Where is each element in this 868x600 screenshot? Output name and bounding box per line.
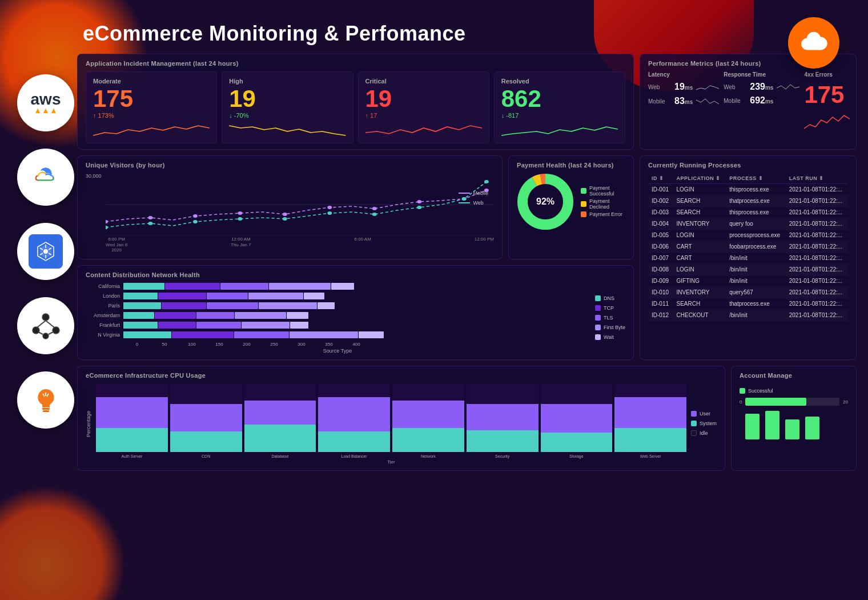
table-cell: 2021-01-08T01:22:... <box>786 218 848 230</box>
svg-point-42 <box>372 213 377 216</box>
table-cell: GIFTING <box>673 275 726 287</box>
cpu-col-cdn <box>170 383 242 452</box>
svg-line-18 <box>49 332 53 334</box>
table-cell: LOGIN <box>673 230 726 241</box>
sidebar-icon-gcloud[interactable] <box>17 149 74 206</box>
resolved-label: Resolved <box>501 78 618 85</box>
table-cell: 2021-01-08T01:22:... <box>786 253 848 264</box>
table-cell: 2021-01-08T01:22:... <box>786 195 848 207</box>
table-cell: CART <box>673 241 726 253</box>
table-cell: ID-009 <box>648 275 673 287</box>
dashboard: Application Incident Management (last 24… <box>77 54 857 471</box>
header: eCommerce Monitoring & Perfomance <box>77 11 857 54</box>
incident-card-critical: Critical 19 ↑ 17 <box>358 71 489 143</box>
table-cell: processprocess.exe <box>726 230 786 241</box>
svg-point-31 <box>327 206 332 209</box>
svg-rect-54 <box>805 417 819 439</box>
table-cell: ID-005 <box>648 230 673 241</box>
svg-point-27 <box>148 216 153 219</box>
processes-title: Currently Running Processes <box>648 162 848 169</box>
table-cell: ID-006 <box>648 241 673 253</box>
svg-point-45 <box>484 180 489 183</box>
sidebar-icon-aws[interactable]: aws ▲▲▲ <box>17 74 74 131</box>
table-cell: thatprocess.exe <box>726 298 786 310</box>
cpu-col-web <box>614 383 686 452</box>
cdn-row-nvirginia: N Virginia <box>86 331 589 338</box>
cdn-row-london: London <box>86 293 589 299</box>
row4: eCommerce Infrastructure CPU Usage Perce… <box>77 366 857 471</box>
table-row: ID-011SEARCHthatprocess.exe2021-01-08T01… <box>648 298 848 310</box>
incident-card-moderate: Moderate 175 ↑ 173% <box>86 71 217 143</box>
visitors-chart-svg <box>106 173 494 236</box>
table-row: ID-002SEARCHthatprocess.exe2021-01-08T01… <box>648 195 848 207</box>
moderate-sparkline <box>93 121 210 138</box>
table-cell: INVENTORY <box>673 218 726 230</box>
table-row: ID-007CART/bin/init2021-01-08T01:22:... <box>648 253 848 264</box>
grafana-icon <box>30 385 62 416</box>
cpu-title: eCommerce Infrastructure CPU Usage <box>86 372 717 379</box>
errors-value: 175 <box>804 81 850 109</box>
cpu-col-sec <box>467 383 539 452</box>
critical-sparkline <box>365 121 482 138</box>
sidebar-icon-grafana[interactable] <box>17 371 74 429</box>
table-cell: ID-010 <box>648 287 673 298</box>
account-chart: Successful 0 20 <box>740 383 848 458</box>
table-cell: 2021-01-08T01:22:... <box>786 310 848 321</box>
cpu-chart-area: Percentage <box>86 383 717 465</box>
col-app: APPLICATION ⇕ <box>673 173 726 184</box>
kubernetes-icon <box>29 234 63 269</box>
account-title: Account Manage <box>740 372 848 379</box>
col-lastrun: LAST RUN ⇕ <box>786 173 848 184</box>
cdn-row-amsterdam: Amsterdam <box>86 312 589 319</box>
cloud-button[interactable] <box>788 17 839 69</box>
table-cell: ID-001 <box>648 184 673 195</box>
cpu-col-net <box>392 383 464 452</box>
account-chart-svg <box>740 408 831 442</box>
table-row: ID-004INVENTORYquery foo2021-01-08T01:22… <box>648 218 848 230</box>
payment-panel: Payment Health (last 24 hours) <box>508 155 634 259</box>
performance-panel: Performance Metrics (last 24 hours) Late… <box>640 54 857 150</box>
resolved-value: 862 <box>501 87 618 111</box>
table-cell: ID-011 <box>648 298 673 310</box>
sidebar-icon-kubernetes[interactable] <box>17 223 74 280</box>
account-panel: Account Manage Successful 0 <box>731 366 857 471</box>
account-successful-label: Successful <box>748 388 773 394</box>
table-cell: /bin/init <box>726 253 786 264</box>
table-cell: CHECKOUT <box>673 310 726 321</box>
table-row: ID-008LOGIN/bin/init2021-01-08T01:22:... <box>648 264 848 275</box>
table-cell: ID-007 <box>648 253 673 264</box>
cdn-panel: Content Distribution Network Health Cali… <box>77 265 634 360</box>
processes-table: ID ⇕ APPLICATION ⇕ PROCESS ⇕ LAST RUN ⇕ … <box>648 173 848 321</box>
table-cell: 2021-01-08T01:22:... <box>786 298 848 310</box>
table-cell: SEARCH <box>673 195 726 207</box>
table-cell: foobarprocess.exe <box>726 241 786 253</box>
svg-point-32 <box>372 207 377 210</box>
account-bars: Successful 0 20 <box>740 383 848 447</box>
svg-point-13 <box>53 327 59 334</box>
errors-section: 4xx Errors 175 <box>804 71 850 143</box>
incident-card-high: High 19 ↓ -70% <box>222 71 353 143</box>
table-cell: 2021-01-08T01:22:... <box>786 275 848 287</box>
table-cell: 2021-01-08T01:22:... <box>786 264 848 275</box>
col-id: ID ⇕ <box>648 173 673 184</box>
table-cell: ID-003 <box>648 207 673 218</box>
table-cell: 2021-01-08T01:22:... <box>786 230 848 241</box>
latency-mobile-val: 83ms <box>674 96 693 106</box>
svg-point-37 <box>148 222 153 225</box>
latency-label: Latency <box>648 71 719 78</box>
incident-cards: Moderate 175 ↑ 173% High 19 ↓ -70% <box>86 71 625 143</box>
table-row: ID-001LOGINthisprocess.exe2021-01-08T01:… <box>648 184 848 195</box>
cdn-row-paris: Paris <box>86 302 589 309</box>
table-cell: ID-012 <box>648 310 673 321</box>
table-cell: ID-004 <box>648 218 673 230</box>
kafka-icon <box>30 310 62 342</box>
table-cell: 2021-01-08T01:22:... <box>786 207 848 218</box>
cloud-icon <box>799 31 828 54</box>
svg-point-36 <box>106 226 108 229</box>
table-cell: /bin/init <box>726 264 786 275</box>
moderate-change: ↑ 173% <box>93 112 210 119</box>
sidebar-icon-kafka[interactable] <box>17 297 74 354</box>
cdn-row-california: California <box>86 283 589 290</box>
visitors-legend: Mobile Web <box>459 190 488 207</box>
svg-point-43 <box>417 206 421 209</box>
